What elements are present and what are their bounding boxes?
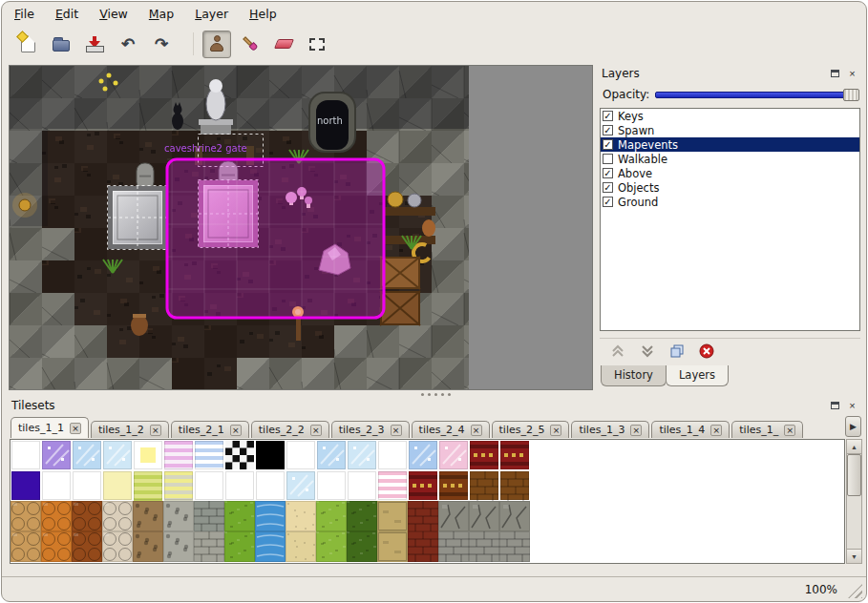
- tilesets-float-button[interactable]: [828, 399, 842, 412]
- tab-close-icon[interactable]: ×: [471, 425, 482, 436]
- layer-visibility-checkbox[interactable]: ✓: [603, 182, 613, 193]
- tileset-tab-tiles_2_2[interactable]: tiles_2_2×: [251, 421, 329, 438]
- toolbar-separator: [182, 32, 194, 55]
- new-file-button[interactable]: [13, 31, 42, 58]
- tilesets-panel-header: Tilesets ×: [9, 397, 862, 414]
- layer-visibility-checkbox[interactable]: ✓: [603, 168, 613, 178]
- layer-name: Walkable: [618, 153, 667, 166]
- tileset-tab-tiles_1_4[interactable]: tiles_1_4×: [651, 421, 730, 438]
- tilesets-close-button[interactable]: ×: [845, 399, 859, 412]
- layers-float-button[interactable]: [828, 67, 842, 80]
- move-layer-down-button[interactable]: [639, 343, 656, 360]
- duplicate-layer-button[interactable]: [668, 343, 686, 360]
- menu-map[interactable]: Map: [146, 5, 177, 23]
- move-layer-up-button[interactable]: [609, 343, 626, 360]
- float-icon: [831, 70, 839, 77]
- delete-layer-button[interactable]: [698, 343, 715, 360]
- tileset-tab-tiles_2_4[interactable]: tiles_2_4×: [412, 421, 490, 438]
- tilesets-panel-title: Tilesets: [11, 399, 55, 412]
- layer-row-objects[interactable]: ✓Objects: [601, 180, 859, 195]
- new-file-icon: [21, 35, 35, 52]
- save-button[interactable]: [80, 31, 109, 58]
- scrollbar-thumb[interactable]: [847, 454, 861, 496]
- scroll-down-button[interactable]: ▼: [847, 549, 861, 563]
- opacity-row: Opacity:: [603, 85, 859, 104]
- layer-visibility-checkbox[interactable]: ✓: [603, 197, 613, 207]
- eraser-tool-button[interactable]: [269, 31, 298, 58]
- save-icon: [86, 36, 103, 52]
- tileset-view[interactable]: [10, 439, 845, 564]
- tab-close-icon[interactable]: ×: [630, 425, 642, 436]
- tileset-tab-tiles_2_1[interactable]: tiles_2_1×: [171, 421, 249, 438]
- menu-view[interactable]: View: [96, 5, 131, 23]
- brush-tool-button[interactable]: [236, 31, 265, 58]
- layer-row-spawn[interactable]: ✓Spawn: [601, 123, 859, 137]
- layer-row-ground[interactable]: ✓Ground: [601, 195, 859, 209]
- undo-button[interactable]: ↶: [114, 31, 142, 58]
- tab-close-icon[interactable]: ×: [310, 425, 322, 436]
- tileset-tab-tiles_1_[interactable]: tiles_1_×: [731, 421, 803, 438]
- layer-row-above[interactable]: ✓Above: [601, 166, 859, 180]
- tab-close-icon[interactable]: ×: [550, 425, 561, 436]
- layer-name: Objects: [618, 181, 659, 195]
- tileset-tab-tiles_2_5[interactable]: tiles_2_5×: [492, 421, 570, 438]
- layer-visibility-checkbox[interactable]: [603, 154, 613, 164]
- panel-tab-history[interactable]: History: [601, 365, 667, 386]
- app-window: FileEditViewMapLayerHelp ↶ ↷ Layers × Op…: [1, 1, 867, 602]
- tileset-vertical-scrollbar[interactable]: ▲ ▼: [846, 439, 862, 564]
- layer-name: Ground: [618, 196, 658, 209]
- tilesets-panel: Tilesets × tiles_1_1×tiles_1_2×tiles_2_1…: [9, 397, 862, 574]
- layer-visibility-checkbox[interactable]: ✓: [603, 125, 613, 135]
- tileset-tabs-scroll-right-button[interactable]: ▶: [845, 416, 861, 437]
- delete-icon: [699, 343, 714, 359]
- open-button[interactable]: [47, 31, 75, 58]
- menu-layer[interactable]: Layer: [192, 5, 231, 23]
- opacity-slider-handle[interactable]: [843, 89, 859, 101]
- map-viewport[interactable]: [9, 65, 593, 390]
- redo-button[interactable]: ↷: [147, 31, 176, 58]
- layer-list: ✓Keys✓Spawn✓MapeventsWalkable✓Above✓Obje…: [600, 108, 860, 331]
- layer-row-keys[interactable]: ✓Keys: [601, 109, 859, 123]
- menu-edit[interactable]: Edit: [53, 5, 81, 23]
- layer-visibility-checkbox[interactable]: ✓: [603, 111, 613, 121]
- tileset-tab-tiles_1_3[interactable]: tiles_1_3×: [571, 421, 649, 438]
- opacity-slider-track: [655, 92, 857, 98]
- scroll-up-button[interactable]: ▲: [847, 440, 861, 454]
- resize-grip[interactable]: [848, 584, 862, 598]
- tileset-tab-label: tiles_1_2: [98, 424, 144, 436]
- tileset-canvas[interactable]: [11, 440, 530, 562]
- tileset-tab-label: tiles_1_4: [659, 424, 705, 436]
- layer-actions: [600, 338, 860, 364]
- panel-tab-layers[interactable]: Layers: [666, 365, 729, 386]
- tab-close-icon[interactable]: ×: [391, 425, 402, 436]
- layers-close-button[interactable]: ×: [845, 67, 859, 80]
- tileset-tab-label: tiles_2_3: [339, 424, 385, 436]
- tab-close-icon[interactable]: ×: [230, 425, 242, 436]
- layer-name: Keys: [618, 110, 644, 123]
- stamp-tool-button[interactable]: [202, 31, 231, 58]
- layers-panel-title: Layers: [602, 67, 640, 80]
- menu-help[interactable]: Help: [246, 5, 280, 23]
- tileset-tab-label: tiles_1_: [739, 424, 778, 436]
- menu-file[interactable]: File: [11, 5, 37, 23]
- tileset-tab-label: tiles_1_1: [18, 422, 64, 434]
- tileset-tab-tiles_1_2[interactable]: tiles_1_2×: [91, 421, 169, 438]
- layer-row-walkable[interactable]: Walkable: [601, 152, 859, 166]
- layer-row-mapevents[interactable]: ✓Mapevents: [601, 137, 859, 152]
- map-canvas[interactable]: [10, 66, 469, 389]
- layer-name: Mapevents: [618, 138, 678, 152]
- tileset-tab-tiles_2_3[interactable]: tiles_2_3×: [331, 421, 410, 438]
- zoom-level: 100%: [805, 583, 837, 596]
- tileset-tab-label: tiles_2_4: [419, 424, 465, 436]
- tab-close-icon[interactable]: ×: [150, 425, 161, 436]
- layer-visibility-checkbox[interactable]: ✓: [603, 139, 613, 150]
- tileset-tab-tiles_1_1[interactable]: tiles_1_1×: [11, 417, 89, 438]
- opacity-slider[interactable]: [655, 87, 859, 103]
- scrollbar-track[interactable]: [847, 454, 861, 549]
- duplicate-icon: [669, 343, 685, 359]
- select-tool-button[interactable]: [303, 31, 331, 58]
- splitter-grip: [434, 393, 437, 396]
- tab-close-icon[interactable]: ×: [784, 425, 795, 436]
- tab-close-icon[interactable]: ×: [70, 423, 81, 434]
- tab-close-icon[interactable]: ×: [710, 425, 722, 436]
